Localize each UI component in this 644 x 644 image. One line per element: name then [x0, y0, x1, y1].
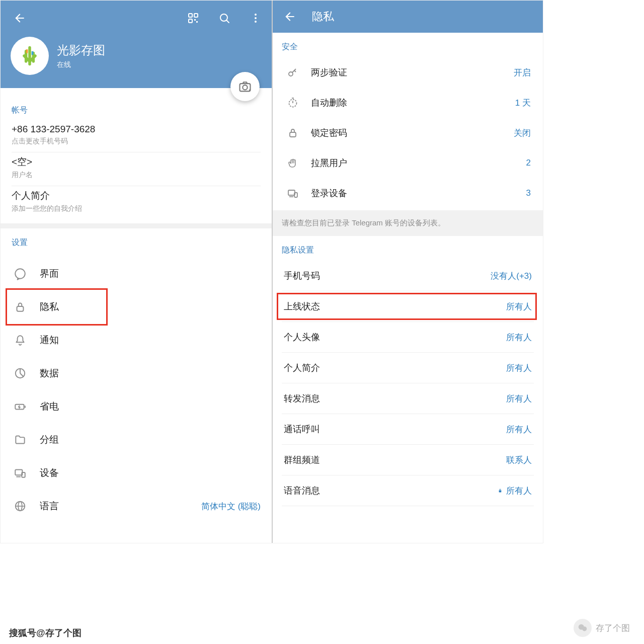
- privacy-row[interactable]: 转发消息 所有人: [282, 383, 534, 414]
- bio-label: 个人简介: [12, 186, 261, 202]
- privacy-label: 个人简介: [284, 362, 320, 374]
- change-photo-button[interactable]: [230, 72, 260, 101]
- menu-item-pie[interactable]: 数据: [1, 357, 272, 390]
- privacy-label: 转发消息: [284, 392, 320, 405]
- username-sub: 用户名: [12, 171, 261, 186]
- security-row[interactable]: 两步验证 开启: [282, 57, 534, 88]
- security-value: 开启: [514, 67, 531, 78]
- menu-item-bell[interactable]: 通知: [1, 324, 272, 357]
- qr-icon[interactable]: [184, 9, 202, 27]
- pie-icon: [12, 365, 29, 382]
- privacy-label: 手机号码: [284, 270, 320, 282]
- privacy-value: 所有人: [497, 485, 532, 497]
- menu-item-globe[interactable]: 语言 简体中文 (聪聪): [1, 490, 272, 523]
- privacy-value: 所有人: [506, 424, 532, 435]
- menu-label: 设备: [40, 466, 59, 479]
- menu-item-folder[interactable]: 分组: [1, 423, 272, 456]
- privacy-header: 隐私: [273, 1, 543, 33]
- security-value: 2: [526, 158, 531, 168]
- phone-sub: 点击更改手机号码: [12, 137, 261, 152]
- security-value: 关闭: [514, 127, 531, 139]
- privacy-row[interactable]: 手机号码 没有人(+3): [282, 261, 534, 291]
- security-label: 登录设备: [311, 187, 347, 199]
- lock-icon: [285, 125, 301, 141]
- settings-section-title: 设置: [12, 237, 261, 248]
- security-label: 锁定密码: [311, 127, 347, 139]
- security-label: 两步验证: [311, 66, 347, 78]
- privacy-value: 联系人: [506, 454, 532, 466]
- menu-item-chat[interactable]: 界面: [1, 257, 272, 290]
- profile-header: 光影存图 在线: [1, 1, 272, 88]
- phone-value: +86 133-2597-3628: [12, 121, 261, 135]
- bio-sub: 添加一些您的自我介绍: [12, 204, 261, 219]
- privacy-row[interactable]: 个人简介 所有人: [282, 353, 534, 383]
- menu-label: 语言: [40, 500, 59, 513]
- profile-name: 光影存图: [57, 42, 105, 58]
- hand-icon: [285, 155, 301, 171]
- globe-icon: [12, 498, 29, 515]
- page-title: 隐私: [312, 9, 334, 24]
- more-icon[interactable]: [247, 9, 265, 27]
- folder-icon: [12, 431, 29, 448]
- menu-label: 分组: [40, 433, 59, 446]
- menu-label: 省电: [40, 400, 59, 413]
- bell-icon: [12, 332, 29, 349]
- devices-icon: [285, 185, 301, 201]
- battery-icon: [12, 398, 29, 415]
- privacy-row[interactable]: 通话呼叫 所有人: [282, 414, 534, 445]
- security-note: 请检查您目前已登录 Telegram 账号的设备列表。: [273, 210, 543, 236]
- privacy-value: 所有人: [506, 301, 532, 312]
- username-row[interactable]: <空> 用户名: [12, 152, 261, 186]
- account-section-title: 帐号: [12, 105, 261, 116]
- bio-row[interactable]: 个人简介 添加一些您的自我介绍: [12, 186, 261, 219]
- privacy-label: 上线状态: [284, 300, 320, 312]
- security-label: 自动删除: [311, 97, 347, 109]
- devices-icon: [12, 464, 29, 481]
- lock-icon: [12, 298, 29, 315]
- search-icon[interactable]: [215, 9, 233, 27]
- avatar[interactable]: [11, 37, 49, 75]
- privacy-screen: 隐私 安全 两步验证 开启 自动删除 1 天 锁定密码 关闭 拉黑用户 2 登录…: [272, 1, 543, 543]
- security-section-title: 安全: [282, 42, 534, 52]
- menu-item-devices[interactable]: 设备: [1, 456, 272, 490]
- back-button[interactable]: [11, 9, 29, 27]
- security-label: 拉黑用户: [311, 157, 347, 169]
- security-row[interactable]: 登录设备 3: [282, 178, 534, 208]
- key-icon: [285, 64, 301, 80]
- menu-label: 隐私: [40, 300, 59, 313]
- privacy-label: 语音消息: [284, 485, 320, 497]
- menu-label: 通知: [40, 334, 59, 347]
- chat-icon: [12, 265, 29, 282]
- privacy-row[interactable]: 群组频道 联系人: [282, 445, 534, 475]
- menu-label: 数据: [40, 367, 59, 380]
- back-button[interactable]: [281, 8, 299, 26]
- username-value: <空>: [12, 152, 261, 169]
- privacy-row[interactable]: 语音消息 所有人: [282, 475, 534, 506]
- privacy-value: 没有人(+3): [491, 270, 532, 282]
- menu-value: 简体中文 (聪聪): [201, 501, 261, 512]
- privacy-label: 个人头像: [284, 331, 320, 343]
- profile-status: 在线: [57, 60, 105, 69]
- privacy-label: 群组频道: [284, 454, 320, 466]
- timer-icon: [285, 95, 301, 111]
- phone-row[interactable]: +86 133-2597-3628 点击更改手机号码: [12, 121, 261, 152]
- menu-item-lock[interactable]: 隐私: [1, 290, 272, 324]
- privacy-value: 所有人: [506, 332, 532, 343]
- security-row[interactable]: 锁定密码 关闭: [282, 118, 534, 148]
- security-value: 1 天: [515, 97, 531, 109]
- privacy-section-title: 隐私设置: [282, 245, 534, 256]
- settings-profile-screen: 光影存图 在线 帐号 +86 133-2597-3628 点击更改手机号码 <空…: [1, 1, 272, 543]
- menu-item-battery[interactable]: 省电: [1, 390, 272, 423]
- menu-label: 界面: [40, 267, 59, 280]
- privacy-label: 通话呼叫: [284, 423, 320, 435]
- security-row[interactable]: 拉黑用户 2: [282, 148, 534, 178]
- divider: [1, 223, 272, 228]
- security-value: 3: [526, 188, 531, 198]
- privacy-row[interactable]: 上线状态 所有人: [282, 291, 534, 322]
- privacy-value: 所有人: [506, 362, 532, 374]
- security-row[interactable]: 自动删除 1 天: [282, 88, 534, 118]
- privacy-row[interactable]: 个人头像 所有人: [282, 322, 534, 353]
- privacy-value: 所有人: [506, 393, 532, 405]
